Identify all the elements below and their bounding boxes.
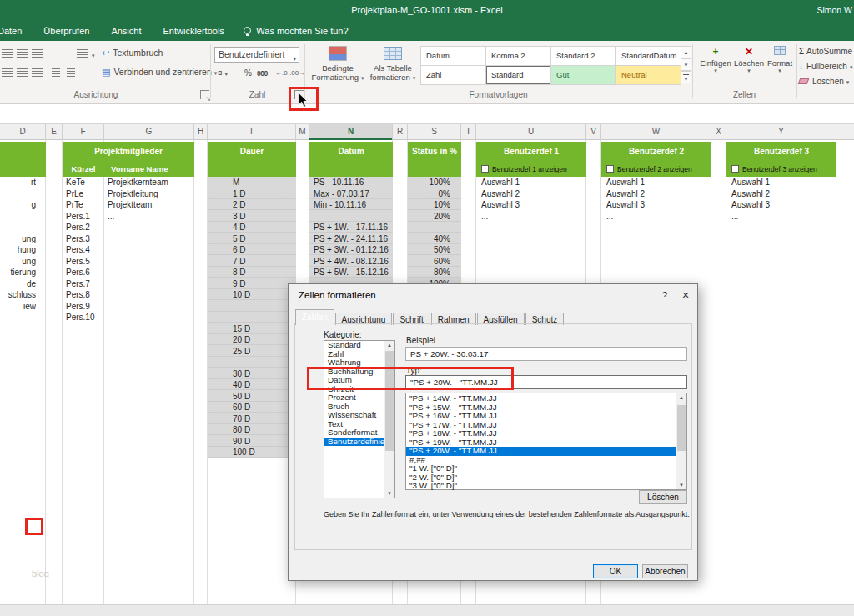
format-option[interactable]: "3 W. ["0" D]": [406, 482, 676, 491]
cell[interactable]: PS + 1W. - 17.11.16: [314, 222, 393, 233]
ribbon-tab[interactable]: Entwicklertools: [152, 21, 234, 41]
format-option[interactable]: "PS + 17W. - "TT.MM.JJ: [406, 421, 676, 430]
format-option[interactable]: "PS + 14W. - "TT.MM.JJ: [406, 394, 676, 403]
cell[interactable]: 8 D: [233, 267, 296, 278]
autosum-button[interactable]: ΣAutoSumme: [799, 46, 852, 58]
cell[interactable]: [314, 211, 393, 223]
cell[interactable]: ung: [0, 233, 36, 245]
cell[interactable]: 9 D: [233, 278, 296, 290]
cell[interactable]: 40%: [408, 233, 450, 245]
cell[interactable]: 6 D: [233, 244, 296, 256]
cell[interactable]: ...: [481, 211, 586, 223]
cell[interactable]: ...: [606, 211, 711, 223]
cell[interactable]: Auswahl 1: [731, 177, 836, 188]
cell[interactable]: 25 D: [233, 346, 296, 358]
cell[interactable]: Min - 10.11.16: [314, 199, 393, 211]
cell[interactable]: Pers.9: [66, 301, 104, 313]
wrap-text-button[interactable]: ↩Textumbruch: [102, 48, 163, 58]
cell[interactable]: [233, 301, 296, 313]
cell[interactable]: [233, 357, 296, 368]
benutzerdef1-checkbox[interactable]: [481, 165, 489, 173]
style-komma2[interactable]: Komma 2: [486, 47, 550, 65]
cell[interactable]: [233, 312, 296, 323]
header-status[interactable]: Status in %: [408, 142, 461, 177]
column-header-I[interactable]: I: [208, 124, 296, 140]
scroll-thumb[interactable]: [677, 405, 686, 451]
cell[interactable]: PS + 2W. - 24.11.16: [314, 233, 393, 245]
cell[interactable]: Auswahl 2: [481, 188, 586, 200]
tell-me-box[interactable]: Was möchten Sie tun?: [244, 21, 348, 41]
align-left-icon[interactable]: [2, 68, 13, 77]
cell[interactable]: PrTe: [66, 199, 104, 211]
align-middle-icon[interactable]: [17, 49, 28, 58]
cell[interactable]: 5 D: [233, 233, 296, 245]
cell[interactable]: Auswahl 1: [606, 177, 711, 188]
cell[interactable]: Auswahl 3: [731, 199, 836, 211]
cell[interactable]: [408, 222, 450, 233]
column-header-N[interactable]: N: [309, 124, 393, 140]
cell[interactable]: Max - 07.03.17: [314, 188, 393, 200]
cell[interactable]: Pers.6: [66, 267, 104, 278]
column-header-H[interactable]: H: [194, 124, 208, 140]
gallery-down-button[interactable]: ▼: [681, 58, 691, 71]
cell[interactable]: rt: [0, 177, 36, 188]
benutzerdef2-checkbox[interactable]: [606, 165, 614, 173]
cell[interactable]: PS - 10.11.16: [314, 177, 393, 188]
header-datum[interactable]: Datum: [309, 142, 393, 177]
orientation-icon[interactable]: [77, 49, 88, 58]
style-zahl[interactable]: Zahl: [421, 66, 485, 84]
column-header-W[interactable]: W: [601, 124, 711, 140]
cell[interactable]: Pers.1: [66, 211, 104, 223]
accounting-format-button[interactable]: ¤▾: [218, 68, 228, 78]
cell[interactable]: 80 D: [233, 424, 296, 436]
format-scrollbar[interactable]: ▲ ▼: [676, 393, 686, 489]
style-neutral[interactable]: Neutral: [616, 66, 681, 84]
cell[interactable]: ...: [108, 211, 194, 223]
cell[interactable]: iew: [0, 301, 36, 313]
cell[interactable]: ...: [731, 211, 836, 223]
cell[interactable]: 0%: [408, 188, 450, 200]
cell[interactable]: Pers.4: [66, 244, 104, 256]
cell[interactable]: 20%: [408, 211, 450, 223]
column-header-V[interactable]: V: [586, 124, 601, 140]
cell[interactable]: Auswahl 1: [481, 177, 586, 188]
cell[interactable]: 15 D: [233, 323, 296, 335]
cell[interactable]: KeTe: [66, 177, 104, 188]
account-name[interactable]: Simon W: [816, 0, 852, 21]
dialog-tab[interactable]: Zahlen: [295, 309, 334, 325]
format-option[interactable]: "2 W. ["0" D]": [406, 473, 676, 483]
cell[interactable]: Pers.2: [66, 222, 104, 233]
cell[interactable]: schluss: [0, 289, 36, 301]
cell[interactable]: 2 D: [233, 199, 296, 211]
scroll-down-icon[interactable]: ▼: [676, 483, 686, 488]
cell[interactable]: 80%: [408, 267, 450, 278]
cell[interactable]: 60%: [408, 256, 450, 268]
cell[interactable]: 40 D: [233, 379, 296, 391]
cell[interactable]: 7 D: [233, 256, 296, 268]
cell[interactable]: PS + 3W. - 01.12.16: [314, 244, 393, 256]
increase-indent-icon[interactable]: [67, 68, 75, 77]
chevron-down-icon[interactable]: ▾: [92, 53, 95, 58]
column-header-M[interactable]: M: [296, 124, 309, 140]
format-option[interactable]: "PS + 15W. - "TT.MM.JJ: [406, 403, 676, 413]
cell[interactable]: PS + 4W. - 08.12.16: [314, 256, 393, 268]
cancel-button[interactable]: Abbrechen: [642, 564, 688, 578]
align-top-icon[interactable]: [2, 49, 13, 58]
header-benutzerdef1[interactable]: Benutzerdef 1 Benutzerdef 1 anzeigen: [476, 142, 586, 177]
format-option[interactable]: #,##: [406, 456, 676, 465]
column-header-D[interactable]: D: [0, 124, 46, 140]
increase-decimal-button[interactable]: ←.0: [275, 69, 288, 77]
cell[interactable]: Projektleitung: [108, 188, 194, 200]
cell[interactable]: Pers.3: [66, 233, 104, 245]
header-colD[interactable]: [0, 142, 46, 177]
number-format-select[interactable]: Benutzerdefiniert ▾: [214, 47, 299, 63]
cell[interactable]: 4 D: [233, 222, 296, 233]
cell[interactable]: tierung: [0, 267, 36, 278]
cell[interactable]: 100 D: [233, 447, 296, 458]
column-header-S[interactable]: S: [408, 124, 461, 140]
decrease-decimal-button[interactable]: .00→: [289, 69, 305, 77]
column-header-R[interactable]: R: [393, 124, 408, 140]
cell[interactable]: 60 D: [233, 402, 296, 413]
cell[interactable]: 30 D: [233, 368, 296, 380]
ribbon-tab[interactable]: Daten: [0, 21, 33, 41]
